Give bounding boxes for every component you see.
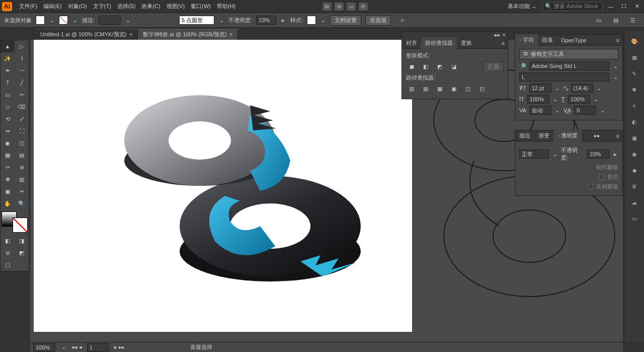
symbol-sprayer-tool[interactable]: ❋ — [1, 173, 15, 185]
style-swatch[interactable] — [307, 16, 316, 25]
stroke-dropdown[interactable]: ⌄ — [72, 16, 78, 25]
opacity-input[interactable]: 23% — [256, 16, 276, 25]
none-mode-icon[interactable]: ⊘ — [1, 247, 15, 259]
layers-panel-icon[interactable]: ≣ — [628, 180, 640, 192]
tab-gradient[interactable]: 渐变 — [534, 130, 553, 142]
tab-character[interactable]: ◦ 字符 — [515, 34, 538, 46]
artboard-nav-prev[interactable]: ◂◂ ◂ — [71, 344, 82, 350]
workspace-switcher[interactable]: 基本功能 ⌄ — [505, 2, 539, 11]
fill-stroke-control[interactable] — [2, 212, 28, 233]
menu-object[interactable]: 对象(O) — [65, 1, 90, 12]
color-mode-icon[interactable]: ◧ — [1, 235, 15, 247]
lasso-tool[interactable]: ⌇ — [15, 52, 29, 64]
font-style-input[interactable]: L — [519, 73, 609, 82]
direct-selection-tool[interactable]: ▷ — [15, 40, 29, 52]
menu-select[interactable]: 选择(S) — [114, 1, 139, 12]
align-options[interactable]: ⊹ — [395, 14, 409, 26]
hscale-input[interactable]: 100% — [568, 95, 590, 104]
tracking-dropdown[interactable]: ⌄ — [599, 106, 605, 115]
collapse-icon[interactable]: ◂◂ — [494, 32, 500, 38]
artboard-input[interactable]: 1 — [87, 343, 109, 352]
blend-dropdown[interactable]: ⌄ — [552, 150, 558, 159]
font-style-dropdown[interactable]: ⌄ — [612, 73, 618, 82]
panel-menu-icon[interactable]: ≡ — [499, 40, 508, 46]
divide-button[interactable]: ▥ — [406, 84, 417, 94]
artboard-nav-next[interactable]: ▸ ▸▸ — [114, 344, 125, 350]
leading-dropdown[interactable]: ⌄ — [596, 84, 602, 93]
rectangle-tool[interactable]: ▭ — [1, 89, 15, 101]
menu-file[interactable]: 文件(F) — [16, 1, 40, 12]
line-tool[interactable]: ╱ — [15, 77, 29, 89]
panel-menu-icon[interactable]: ≡ — [613, 37, 622, 43]
draw-mode-icon[interactable]: ◩ — [15, 247, 29, 259]
tracking-input[interactable]: 0 — [574, 106, 596, 115]
close-icon[interactable]: × — [129, 32, 132, 37]
shape-builder-tool[interactable]: ◉ — [1, 137, 15, 149]
free-transform-tool[interactable]: ⛶ — [15, 125, 29, 137]
tab-pathfinder[interactable]: 路径查找器 — [421, 37, 457, 49]
brushes-panel-icon[interactable]: ✎ — [628, 67, 640, 80]
menu-type[interactable]: 文字(T) — [90, 1, 114, 12]
color-panel-icon[interactable]: 🎨 — [628, 35, 640, 47]
fill-swatch[interactable] — [36, 16, 45, 25]
close-icon[interactable]: × — [503, 32, 506, 38]
zoom-tool[interactable]: 🔍 — [15, 197, 29, 209]
slice-tool[interactable]: ✂ — [15, 185, 29, 197]
menu-effect[interactable]: 效果(C) — [138, 1, 163, 12]
kerning-dropdown[interactable]: ⌄ — [554, 106, 560, 115]
arrange-icon[interactable]: ▭ — [347, 3, 356, 11]
zoom-input[interactable]: 100% — [33, 343, 55, 352]
brush-profile[interactable]: 5 点圆形 — [179, 16, 214, 25]
minus-back-button[interactable]: ◰ — [476, 84, 488, 94]
type-tool[interactable]: T — [1, 77, 15, 89]
symbols-panel-icon[interactable]: ✱ — [628, 84, 640, 96]
libraries-panel-icon[interactable]: ☁ — [628, 196, 640, 208]
trans-opacity-input[interactable]: 23% — [587, 150, 609, 159]
font-family-input[interactable]: Adobe Song Std L — [529, 61, 609, 71]
hand-tool[interactable]: ✋ — [1, 197, 15, 209]
vscale-dropdown[interactable]: ⌄ — [552, 95, 558, 104]
outline-button[interactable]: ◫ — [462, 84, 473, 94]
minus-front-button[interactable]: ◧ — [420, 62, 431, 72]
font-family-dropdown[interactable]: ⌄ — [612, 61, 618, 71]
graphic-styles-panel-icon[interactable]: ◆ — [628, 164, 640, 176]
style-dropdown[interactable]: ⌄ — [320, 16, 326, 25]
perspective-tool[interactable]: ◫ — [15, 137, 29, 149]
width-tool[interactable]: ⇔ — [1, 125, 15, 137]
artwork-figure-8[interactable] — [99, 70, 376, 312]
scale-tool[interactable]: ⤢ — [15, 113, 29, 125]
stroke-swatch[interactable] — [59, 16, 68, 25]
doc-tab-1[interactable]: Untitled-1.ai @ 100% (CMYK/预览) × — [35, 29, 138, 40]
artboard[interactable] — [34, 40, 412, 332]
mesh-tool[interactable]: ▦ — [1, 149, 15, 161]
font-size-input[interactable]: 12 pt — [529, 84, 551, 93]
tab-align[interactable]: 对齐 — [402, 37, 421, 49]
hscale-dropdown[interactable]: ⌄ — [593, 95, 599, 104]
stroke-weight-dropdown[interactable]: ⌄ — [125, 16, 131, 25]
tab-stroke[interactable]: 描边 — [515, 130, 534, 142]
brush-dropdown[interactable]: ⌄ — [218, 16, 224, 25]
unite-button[interactable]: ◼ — [406, 62, 417, 72]
trim-button[interactable]: ▤ — [420, 84, 431, 94]
paintbrush-tool[interactable]: ✏ — [15, 89, 29, 101]
panel-collapse-icon[interactable]: ▸▸ — [591, 132, 603, 139]
tab-paragraph[interactable]: 段落 — [538, 34, 557, 46]
menu-window[interactable]: 窗口(W) — [188, 1, 214, 12]
minimize-button[interactable]: — — [606, 3, 616, 11]
vscale-input[interactable]: 100% — [527, 95, 549, 104]
menu-edit[interactable]: 编辑(E) — [40, 1, 65, 12]
gradient-mode-icon[interactable]: ◨ — [15, 235, 29, 247]
magic-wand-tool[interactable]: ✨ — [1, 52, 15, 64]
appearance-panel-icon[interactable]: ◉ — [628, 148, 640, 160]
blend-tool[interactable]: ⊚ — [15, 161, 29, 173]
blend-mode-select[interactable]: 正常 — [519, 150, 549, 159]
tab-opentype[interactable]: OpenType — [557, 35, 591, 45]
font-size-dropdown[interactable]: ⌄ — [554, 84, 560, 93]
merge-button[interactable]: ▦ — [434, 84, 445, 94]
stock-icon[interactable]: St — [335, 3, 344, 11]
intersect-button[interactable]: ◩ — [434, 62, 445, 72]
zoom-dropdown[interactable]: ⌄ — [60, 343, 66, 352]
trans-opacity-dropdown[interactable]: ▸ — [612, 150, 618, 159]
tab-transform[interactable]: 变换 — [457, 37, 476, 49]
close-button[interactable]: ✕ — [632, 3, 642, 11]
